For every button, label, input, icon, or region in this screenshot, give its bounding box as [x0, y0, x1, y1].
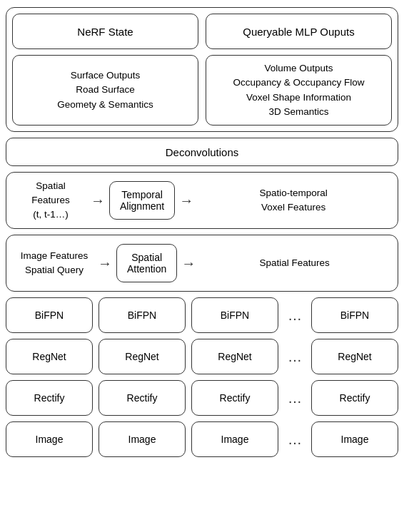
surface-outputs-box: Surface Outputs Road Surface Geomety & S…: [12, 55, 198, 126]
temporal-arrow2-icon: →: [179, 193, 193, 209]
deconv-label: Deconvolutions: [166, 146, 239, 158]
bifpn-box-2: BiFPN: [99, 297, 186, 333]
rectify-label-1: Rectify: [34, 392, 65, 404]
temporal-arrow-icon: →: [91, 193, 105, 209]
dots-4: …: [284, 431, 305, 448]
spatial-attention-box: Spatial Attention: [116, 244, 177, 282]
spatial-center-group: Spatial Attention: [116, 244, 177, 282]
bifpn-row: BiFPN BiFPN BiFPN … BiFPN: [6, 297, 398, 333]
image-box-4: Image: [311, 421, 398, 457]
rectify-box-3: Rectify: [191, 380, 278, 416]
image-label-3: Image: [221, 434, 249, 445]
nerf-row1: NeRF State Queryable MLP Ouputs: [12, 14, 392, 49]
spatial-left-label: Image Features Spatial Query: [15, 249, 94, 278]
bifpn-box-3: BiFPN: [191, 297, 278, 333]
rectify-box-2: Rectify: [99, 380, 186, 416]
temporal-alignment-box: Temporal Alignment: [109, 181, 175, 220]
queryable-mlp-label: Queryable MLP Ouputs: [243, 26, 354, 38]
bifpn-box-4: BiFPN: [311, 297, 398, 333]
volume-outputs-label: Volume Outputs Occupancy & Occupancy Flo…: [233, 61, 365, 119]
bifpn-label-4: BiFPN: [340, 310, 369, 321]
regnet-box-3: RegNet: [191, 339, 278, 374]
regnet-label-2: RegNet: [125, 351, 158, 362]
spatial-right-label: Spatial Features: [200, 256, 389, 270]
image-label-1: Image: [36, 434, 64, 445]
spatial-attention-label: Spatial Attention: [127, 252, 166, 275]
temporal-outer-group: Spatial Features (t, t-1…) → Temporal Al…: [6, 172, 398, 229]
rectify-label-3: Rectify: [220, 392, 251, 404]
image-box-3: Image: [191, 421, 278, 457]
regnet-label-1: RegNet: [32, 351, 66, 362]
surface-outputs-label: Surface Outputs Road Surface Geomety & S…: [57, 68, 153, 112]
image-box-1: Image: [6, 421, 93, 457]
temporal-right-label: Spatio-temporal Voxel Features: [198, 186, 389, 215]
rectify-label-2: Rectify: [127, 392, 158, 404]
diagram: NeRF State Queryable MLP Ouputs Surface …: [0, 0, 404, 532]
image-box-2: Image: [99, 421, 186, 457]
spatial-outer-group: Image Features Spatial Query → Spatial A…: [6, 235, 398, 292]
regnet-label-4: RegNet: [338, 351, 371, 362]
bifpn-label-2: BiFPN: [128, 310, 156, 321]
deconv-box: Deconvolutions: [6, 138, 398, 166]
queryable-mlp-box: Queryable MLP Ouputs: [206, 14, 392, 49]
rectify-label-4: Rectify: [340, 392, 370, 404]
image-row: Image Image Image … Image: [6, 421, 398, 457]
dots-1: …: [284, 307, 305, 324]
rectify-row: Rectify Rectify Rectify … Rectify: [6, 380, 398, 416]
regnet-box-2: RegNet: [99, 339, 186, 374]
deconv-row: Deconvolutions: [6, 138, 398, 166]
rectify-box-4: Rectify: [311, 380, 398, 416]
nerf-state-box: NeRF State: [12, 14, 198, 49]
dots-3: …: [284, 390, 305, 406]
regnet-row: RegNet RegNet RegNet … RegNet: [6, 339, 398, 374]
spatial-arrow-icon: →: [98, 255, 112, 272]
spatial-arrow2-icon: →: [181, 255, 196, 272]
nerf-state-label: NeRF State: [77, 26, 133, 38]
regnet-box-1: RegNet: [6, 339, 93, 374]
rectify-box-1: Rectify: [6, 380, 93, 416]
temporal-alignment-label: Temporal Alignment: [120, 189, 164, 212]
bifpn-box-1: BiFPN: [6, 297, 93, 333]
image-label-2: Image: [128, 434, 156, 445]
regnet-label-3: RegNet: [218, 351, 251, 362]
temporal-left-label: Spatial Features (t, t-1…): [15, 179, 86, 222]
nerf-row2: Surface Outputs Road Surface Geomety & S…: [12, 55, 392, 126]
bifpn-label-1: BiFPN: [35, 310, 64, 321]
dots-2: …: [284, 349, 305, 365]
volume-outputs-box: Volume Outputs Occupancy & Occupancy Flo…: [206, 55, 392, 126]
bifpn-label-3: BiFPN: [221, 310, 249, 321]
image-label-4: Image: [341, 434, 369, 445]
temporal-center-group: Temporal Alignment: [109, 181, 175, 220]
nerf-outer-group: NeRF State Queryable MLP Ouputs Surface …: [6, 7, 398, 132]
regnet-box-4: RegNet: [311, 339, 398, 374]
